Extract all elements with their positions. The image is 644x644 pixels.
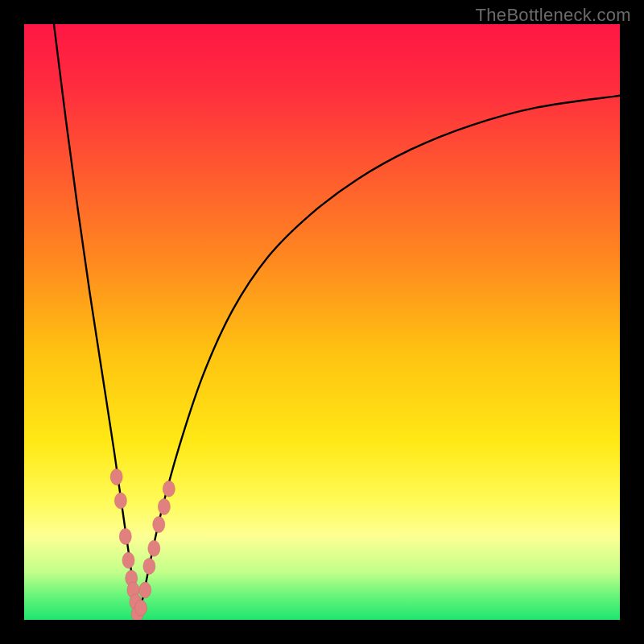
- watermark-text: TheBottleneck.com: [476, 5, 631, 26]
- data-marker: [143, 558, 155, 574]
- plot-area: [24, 24, 620, 620]
- data-marker: [163, 481, 175, 497]
- data-marker: [122, 552, 134, 568]
- data-marker: [119, 528, 131, 544]
- data-marker: [139, 582, 151, 598]
- data-marker: [135, 600, 147, 616]
- outer-frame: TheBottleneck.com: [0, 0, 644, 644]
- data-marker: [153, 517, 165, 533]
- data-marker: [110, 469, 122, 485]
- data-marker: [158, 498, 170, 514]
- data-marker: [114, 493, 126, 509]
- chart-canvas: [24, 24, 620, 620]
- data-marker: [148, 540, 160, 556]
- right-branch-curve: [138, 96, 620, 620]
